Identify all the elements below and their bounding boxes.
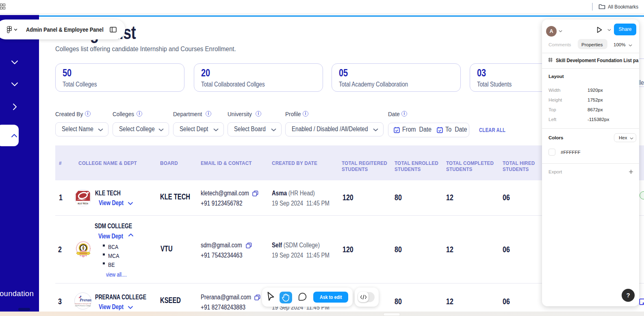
- svg-text:Inspiration to reach your Life: Inspiration to reach your Life: [75, 303, 91, 305]
- svg-text:and PU Science College: and PU Science College: [75, 305, 91, 307]
- svg-text:Preran: Preran: [80, 298, 91, 302]
- svg-text:KLE TECH: KLE TECH: [78, 202, 88, 205]
